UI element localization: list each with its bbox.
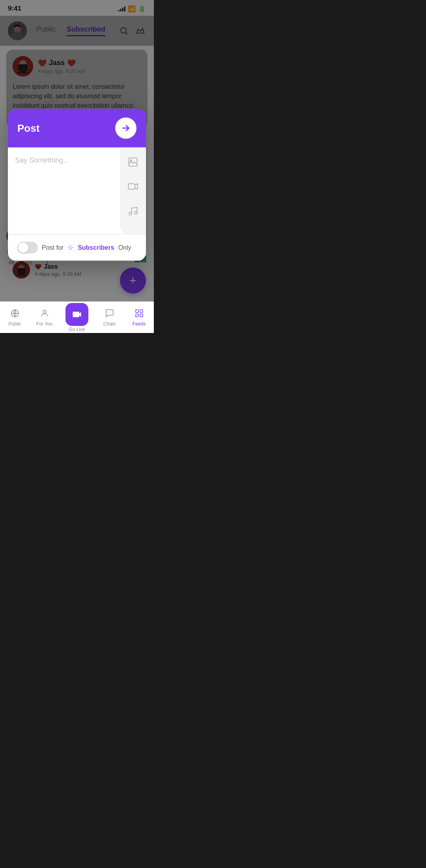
- go-live-circle: [65, 303, 88, 326]
- post-placeholder: Say Something...: [15, 156, 69, 164]
- go-live-label: Go Live: [69, 327, 85, 332]
- nav-for-you[interactable]: For You: [30, 302, 59, 333]
- bottom-nav: Public For You Go Live: [0, 301, 154, 333]
- svg-rect-26: [140, 310, 143, 312]
- svg-point-24: [43, 310, 46, 313]
- nav-go-live[interactable]: Go Live: [59, 302, 95, 333]
- send-button[interactable]: [115, 118, 136, 139]
- for-you-label: For You: [36, 321, 52, 327]
- public-label: Public: [8, 321, 21, 327]
- modal-title: Post: [17, 122, 39, 134]
- only-label: Only: [118, 244, 131, 251]
- feeds-icon: [135, 309, 144, 320]
- svg-point-11: [129, 212, 132, 215]
- media-sidebar: [120, 148, 146, 234]
- nav-chats[interactable]: Chats: [95, 302, 124, 333]
- post-modal: Post Say Something...: [8, 109, 146, 261]
- subscribers-label: Subscribers: [78, 244, 114, 251]
- modal-footer: Post for ☆ Subscribers Only: [8, 234, 146, 261]
- post-text-input[interactable]: Say Something...: [8, 148, 120, 234]
- star-icon: ☆: [67, 243, 74, 252]
- music-icon[interactable]: [125, 204, 140, 219]
- person-icon: [40, 309, 49, 320]
- svg-rect-25: [136, 310, 138, 312]
- svg-point-12: [135, 211, 137, 214]
- svg-rect-10: [128, 184, 135, 189]
- modal-header: Post: [8, 109, 146, 148]
- nav-feeds[interactable]: Feeds: [124, 302, 154, 333]
- video-icon[interactable]: [125, 179, 140, 194]
- post-for-label: Post for: [42, 244, 64, 251]
- chat-icon: [105, 309, 114, 320]
- image-icon[interactable]: [125, 155, 140, 170]
- chats-label: Chats: [103, 321, 116, 327]
- modal-body: Say Something...: [8, 148, 146, 234]
- nav-public[interactable]: Public: [0, 302, 30, 333]
- svg-point-9: [131, 160, 132, 161]
- svg-rect-28: [140, 314, 143, 317]
- subscribers-toggle[interactable]: [17, 242, 38, 254]
- feeds-label: Feeds: [133, 321, 146, 327]
- svg-rect-27: [136, 314, 138, 317]
- public-icon: [10, 309, 20, 320]
